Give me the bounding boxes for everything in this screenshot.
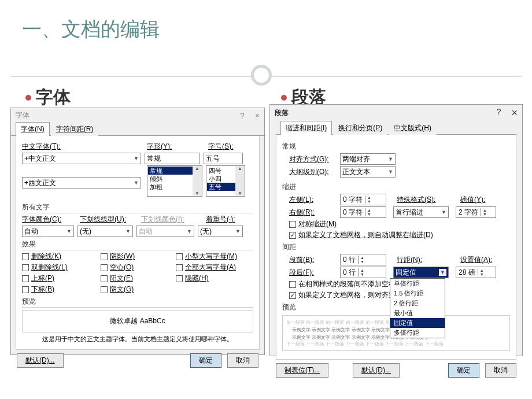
list-item[interactable]: 单倍行距 bbox=[390, 279, 445, 289]
line-spacing-dropdown[interactable]: 单倍行距 1.5 倍行距 2 倍行距 最小值 固定值 多倍行距 bbox=[390, 278, 445, 338]
label-line-spacing: 行距(N): bbox=[397, 255, 437, 265]
tab-font[interactable]: 字体(N) bbox=[16, 122, 50, 136]
close-icon[interactable]: × bbox=[255, 111, 260, 120]
at-spinbox[interactable]: 28 磅▲▼ bbox=[456, 267, 496, 278]
list-item[interactable]: 多倍行距 bbox=[390, 328, 445, 338]
scrollbar[interactable]: ▲▼ bbox=[235, 166, 245, 196]
cjk-font-select[interactable]: +中文正文▼ bbox=[22, 153, 141, 164]
label-outline: 大纲级别(O): bbox=[289, 167, 337, 177]
tab-indent-spacing[interactable]: 缩进和间距(I) bbox=[280, 121, 332, 135]
section-header-font: 字体 bbox=[25, 86, 71, 109]
checkbox-sub[interactable]: 下标(B) bbox=[22, 285, 101, 294]
label-special: 特殊格式(S): bbox=[397, 195, 446, 205]
size-listbox[interactable]: 四号 小四 五号 ▲▼ bbox=[206, 165, 245, 197]
left-indent-spinbox[interactable]: 0 字符▲▼ bbox=[340, 194, 386, 205]
line-spacing-select[interactable]: 固定值▼ bbox=[393, 267, 449, 278]
group-all-text: 所有文字 bbox=[22, 202, 253, 213]
font-preview: 微软卓越 AaBbCc bbox=[22, 310, 253, 332]
preview-description: 这是用于中文的正文主题字体。当前文档主题定义将使用哪种字体。 bbox=[22, 335, 253, 343]
dialog-titlebar: 字体 ? × bbox=[11, 108, 264, 121]
special-select[interactable]: 首行缩进▼ bbox=[393, 206, 449, 218]
label-cjk-font: 中文字体(T): bbox=[22, 142, 61, 150]
help-icon[interactable]: ? bbox=[240, 111, 245, 120]
font-dialog: 字体 ? × 字体(N) 字符间距(R) 中文字体(T): 字形(Y): 字号(… bbox=[10, 108, 265, 355]
bullet-icon bbox=[281, 95, 287, 101]
default-button[interactable]: 默认(D)... bbox=[17, 353, 64, 368]
label-by: 磅值(Y): bbox=[460, 195, 485, 205]
circle-decoration bbox=[251, 65, 272, 86]
label-underline-color: 下划线颜色(I): bbox=[141, 215, 202, 224]
checkbox-smallcaps[interactable]: 小型大写字母(M) bbox=[176, 252, 237, 261]
checkbox-allcaps[interactable]: 全部大写字母(A) bbox=[176, 263, 236, 272]
label-size: 字号(S): bbox=[208, 142, 233, 150]
cancel-button[interactable]: 取消 bbox=[227, 353, 258, 368]
section-title-font: 字体 bbox=[36, 86, 71, 109]
slide-title: 一、文档的编辑 bbox=[0, 0, 532, 43]
group-effects: 效果 bbox=[22, 239, 253, 250]
after-spinbox[interactable]: 0 行▲▼ bbox=[340, 267, 386, 278]
list-item[interactable]: 固定值 bbox=[390, 318, 445, 328]
group-preview: 预览 bbox=[22, 297, 253, 308]
cancel-button[interactable]: 取消 bbox=[485, 363, 516, 378]
tab-strip: 字体(N) 字符间距(R) bbox=[11, 121, 264, 136]
checkbox-strike[interactable]: 删除线(K) bbox=[22, 252, 101, 261]
checkbox-shadow[interactable]: 阴影(W) bbox=[101, 252, 176, 261]
checkbox-emboss[interactable]: 阳文(E) bbox=[101, 274, 176, 283]
bullet-icon bbox=[25, 95, 31, 101]
size-input[interactable]: 五号 bbox=[204, 153, 243, 164]
dialog-title: 段落 bbox=[275, 108, 289, 118]
label-at: 设置值(A): bbox=[460, 255, 492, 265]
help-icon[interactable]: ? bbox=[497, 107, 501, 119]
latin-font-select[interactable]: +西文正文▼ bbox=[22, 177, 141, 189]
section-spacing: 间距 bbox=[282, 242, 510, 253]
label-right: 右侧(R): bbox=[289, 208, 337, 217]
scrollbar[interactable]: ▲▼ bbox=[193, 166, 202, 196]
underline-color-select: 自动▼ bbox=[136, 226, 194, 237]
close-icon[interactable]: × bbox=[511, 107, 518, 119]
tab-strip: 缩进和间距(I) 换行和分页(P) 中文版式(H) bbox=[276, 120, 516, 135]
style-input[interactable]: 常规 bbox=[145, 153, 200, 164]
label-font-color: 字体颜色(C): bbox=[22, 215, 76, 224]
checkbox-mirror-indent[interactable]: 对称缩进(M) bbox=[289, 219, 337, 229]
emphasis-select[interactable]: (无)▼ bbox=[198, 226, 243, 237]
list-item[interactable]: 1.5 倍行距 bbox=[390, 289, 445, 298]
right-indent-spinbox[interactable]: 0 字符▲▼ bbox=[340, 206, 386, 218]
list-item[interactable]: 2 倍行距 bbox=[390, 298, 445, 308]
outline-select[interactable]: 正文文本▼ bbox=[340, 166, 396, 178]
checkbox-grid-align[interactable]: ✓如果定义了文档网格，则对齐到 bbox=[289, 290, 396, 300]
paragraph-dialog: 段落 ? × 缩进和间距(I) 换行和分页(P) 中文版式(H) 常规 对齐方式… bbox=[269, 104, 523, 356]
label-left: 左侧(L): bbox=[289, 195, 337, 205]
chevron-down-icon: ▼ bbox=[132, 156, 139, 161]
tab-asian[interactable]: 中文版式(H) bbox=[389, 121, 437, 135]
style-listbox[interactable]: 常规 倾斜 加粗 ▲▼ bbox=[147, 165, 202, 197]
font-color-select[interactable]: 自动▼ bbox=[22, 226, 74, 237]
section-general: 常规 bbox=[282, 142, 510, 152]
underline-style-select[interactable]: (无)▼ bbox=[77, 226, 133, 237]
label-alignment: 对齐方式(G): bbox=[289, 154, 337, 164]
list-item[interactable]: 最小值 bbox=[390, 308, 445, 318]
chevron-down-icon: ▼ bbox=[132, 180, 139, 186]
ok-button[interactable]: 确定 bbox=[190, 353, 221, 368]
checkbox-outline[interactable]: 空心(O) bbox=[101, 263, 176, 272]
tab-line-page[interactable]: 换行和分页(P) bbox=[333, 121, 387, 135]
alignment-select[interactable]: 两端对齐▼ bbox=[340, 153, 396, 165]
label-before: 段前(B): bbox=[289, 255, 337, 265]
tabs-button[interactable]: 制表位(T)... bbox=[276, 363, 328, 378]
label-emphasis: 着重号(·): bbox=[206, 215, 235, 224]
label-underline-style: 下划线线型(U): bbox=[80, 215, 138, 224]
ok-button[interactable]: 确定 bbox=[448, 363, 479, 378]
before-spinbox[interactable]: 0 行▲▼ bbox=[340, 254, 386, 265]
checkbox-engrave[interactable]: 阴文(G) bbox=[101, 285, 134, 294]
label-after: 段后(F): bbox=[289, 268, 337, 278]
dialog-titlebar: 段落 ? × bbox=[270, 105, 522, 120]
checkbox-dstrike[interactable]: 双删除线(L) bbox=[22, 263, 101, 272]
section-indent: 缩进 bbox=[282, 182, 510, 193]
tab-char-spacing[interactable]: 字符间距(R) bbox=[51, 122, 99, 136]
by-spinbox[interactable]: 2 字符▲▼ bbox=[456, 206, 496, 218]
checkbox-hidden[interactable]: 隐藏(H) bbox=[176, 274, 209, 283]
checkbox-no-space-same[interactable]: 在相同样式的段落间不添加空格 bbox=[289, 279, 396, 289]
default-button[interactable]: 默认(D)... bbox=[353, 363, 400, 378]
checkbox-grid-indent[interactable]: ✓如果定义了文档网格，则自动调整右缩进(D) bbox=[289, 230, 433, 240]
dialog-title: 字体 bbox=[16, 110, 29, 120]
checkbox-super[interactable]: 上标(P) bbox=[22, 274, 101, 283]
